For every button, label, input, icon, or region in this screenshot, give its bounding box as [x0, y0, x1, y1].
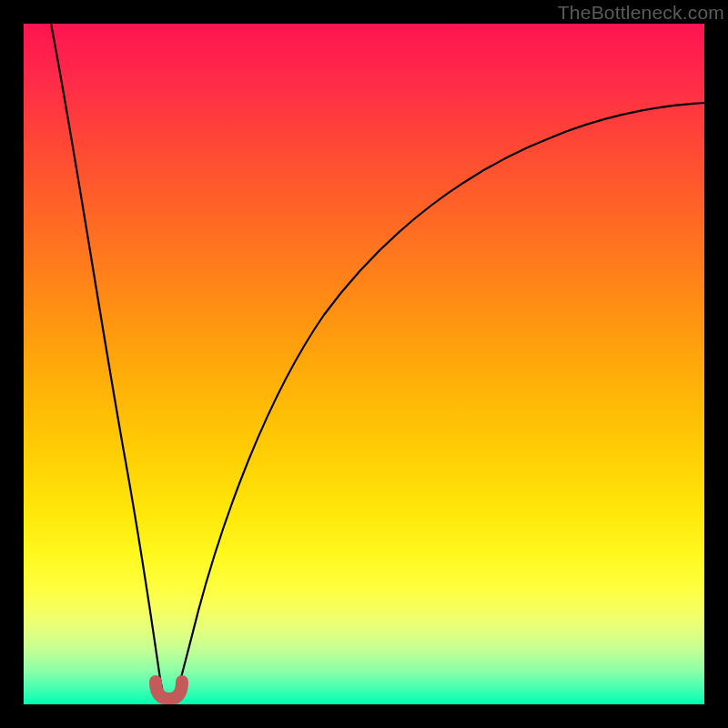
background-gradient	[24, 24, 704, 704]
watermark-text: TheBottleneck.com	[558, 2, 724, 24]
plot-area	[24, 24, 704, 704]
